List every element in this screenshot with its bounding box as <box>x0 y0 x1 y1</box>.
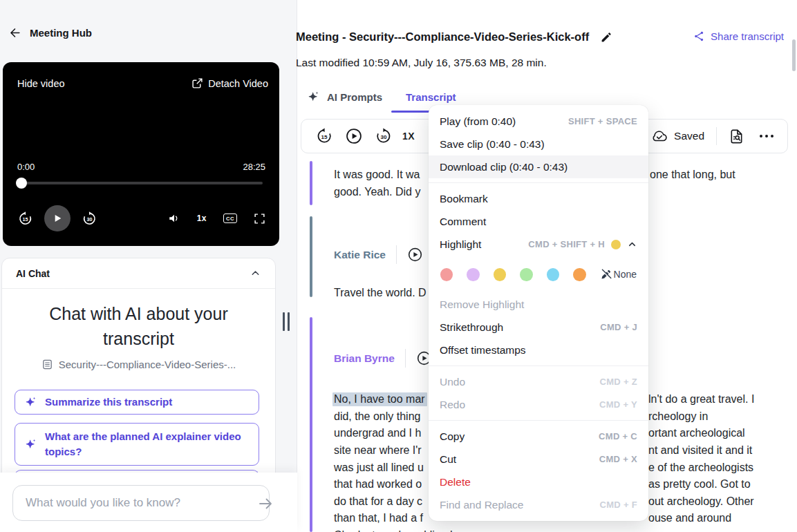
menu-item-label: Highlight <box>440 238 481 251</box>
paragraph-bar <box>310 161 312 205</box>
menu-shortcut: CMD + F <box>600 500 637 510</box>
highlight-none-option[interactable]: None <box>600 269 637 281</box>
rewind-15-icon[interactable]: 15 <box>315 127 333 145</box>
seek-knob[interactable] <box>16 178 27 189</box>
transcript-line: ouse and around <box>648 510 754 527</box>
suggestion-label: Summarize this transcript <box>45 395 172 410</box>
transcript-line: good. Yeah. Did y <box>334 184 420 201</box>
transcript-line: one that long, but <box>650 167 735 184</box>
suggestion-label: What are the planned AI explainer video … <box>45 429 250 459</box>
meeting-title-text: Meeting - Security---Compliance-Video-Se… <box>296 30 589 44</box>
play-icon[interactable] <box>345 127 363 145</box>
detach-video-button[interactable]: Detach Video <box>191 77 268 89</box>
highlight-color-purple[interactable] <box>467 268 479 281</box>
menu-item-cut[interactable]: Cut CMD + X <box>429 448 648 471</box>
menu-item-label: Delete <box>440 476 471 488</box>
forward-30-icon[interactable]: 30 <box>82 211 97 227</box>
share-transcript-label: Share transcript <box>711 30 784 42</box>
transcript-line: as pretty cool. Got to <box>648 476 754 493</box>
edit-pencil-icon[interactable] <box>600 31 612 44</box>
menu-item-bookmark[interactable]: Bookmark <box>429 187 648 210</box>
more-options-button[interactable] <box>760 135 773 137</box>
ask-ai-input[interactable] <box>12 485 270 521</box>
transcript-line: Charleston where I lived <box>334 527 453 532</box>
menu-item-highlight[interactable]: Highlight CMD + SHIFT + H <box>429 233 648 256</box>
video-controls: 15 30 1x CC <box>17 203 265 234</box>
seek-bar[interactable] <box>17 182 263 184</box>
menu-item-label: Offset timestamps <box>440 344 526 357</box>
menu-item-download-clip[interactable]: Download clip (0:40 - 0:43) <box>429 155 648 178</box>
ask-ai-panel <box>0 473 297 532</box>
ai-sparkle-icon <box>307 91 320 104</box>
tab-transcript[interactable]: Transcript <box>406 91 456 103</box>
chevron-up-icon <box>627 239 637 249</box>
saved-status: Saved <box>651 128 704 144</box>
panel-resize-handle[interactable] <box>283 312 292 331</box>
suggestion-summarize-button[interactable]: Summarize this transcript <box>15 390 259 415</box>
video-top-bar: Hide video Detach Video <box>17 77 268 89</box>
menu-item-label: Cut <box>440 453 456 466</box>
last-modified-text: Last modified 10:59 AM, July 16, 375.63 … <box>296 57 547 69</box>
share-icon <box>693 30 705 42</box>
highlight-color-green[interactable] <box>520 268 532 281</box>
menu-item-copy[interactable]: Copy CMD + C <box>429 425 648 448</box>
suggestion-topics-button[interactable]: What are the planned AI explainer video … <box>15 423 259 466</box>
menu-item-label: Download clip (0:40 - 0:43) <box>440 161 568 173</box>
transcript-line: ln't do a great travel. I <box>648 391 754 408</box>
transcript-paragraph-right: ln't do a great travel. I rcheology in o… <box>648 391 754 527</box>
fullscreen-icon[interactable] <box>254 213 265 225</box>
external-link-icon <box>191 77 203 89</box>
ai-chat-title: AI Chat <box>16 268 50 279</box>
document-icon <box>41 359 53 370</box>
send-arrow-icon[interactable] <box>257 495 274 512</box>
menu-item-strikethrough[interactable]: Strikethrough CMD + J <box>429 316 648 339</box>
transcript-paragraph: Travel the world. D <box>334 285 426 302</box>
svg-text:15: 15 <box>321 134 328 140</box>
menu-shortcut: CMD + X <box>599 454 637 464</box>
hide-video-button[interactable]: Hide video <box>17 78 65 89</box>
menu-item-label: Copy <box>440 430 465 443</box>
menu-item-redo: Redo CMD + Y <box>429 393 648 416</box>
ai-chat-header[interactable]: AI Chat <box>2 258 275 289</box>
scrollbar-thumb[interactable] <box>792 39 796 71</box>
playback-speed-button[interactable]: 1X <box>402 131 415 142</box>
menu-item-label: Remove Highlight <box>440 298 524 311</box>
highlight-color-orange[interactable] <box>573 268 585 281</box>
menu-item-remove-highlight: Remove Highlight <box>429 293 648 316</box>
menu-item-save-clip[interactable]: Save clip (0:40 - 0:43) <box>429 133 648 155</box>
menu-item-label: Redo <box>440 399 465 411</box>
back-to-meeting-hub[interactable]: Meeting Hub <box>8 26 92 39</box>
menu-item-label: Find and Replace <box>440 499 524 511</box>
back-label: Meeting Hub <box>30 27 92 39</box>
video-player: Hide video Detach Video 0:00 28:25 15 30 <box>3 62 279 246</box>
transcript-line: out archeology. Other <box>648 493 754 511</box>
tab-label: Transcript <box>406 91 456 103</box>
tab-label: AI Prompts <box>327 91 382 103</box>
menu-item-comment[interactable]: Comment <box>429 210 648 233</box>
speaker-divider <box>405 349 406 368</box>
menu-divider <box>429 420 648 421</box>
player-speed-button[interactable]: 1x <box>197 213 207 223</box>
forward-30-icon[interactable]: 30 <box>375 127 393 145</box>
highlight-color-blue[interactable] <box>547 268 559 281</box>
menu-item-label: Strikethrough <box>440 321 503 334</box>
svg-text:30: 30 <box>87 216 93 222</box>
play-button[interactable] <box>44 205 71 231</box>
volume-icon[interactable] <box>168 212 180 225</box>
highlight-color-row: None <box>429 256 648 293</box>
toolbar-divider <box>716 127 717 145</box>
ai-sparkle-icon <box>24 438 37 451</box>
menu-item-label: Comment <box>440 216 486 228</box>
share-transcript-button[interactable]: Share transcript <box>693 30 784 42</box>
menu-shortcut: CMD + Z <box>600 377 637 387</box>
menu-item-play-from[interactable]: Play (from 0:40) SHIFT + SPACE <box>429 110 648 133</box>
captions-icon[interactable]: CC <box>223 213 237 223</box>
tab-ai-prompts[interactable]: AI Prompts <box>307 91 382 104</box>
highlight-color-yellow[interactable] <box>494 268 506 281</box>
play-segment-icon[interactable] <box>407 247 423 263</box>
menu-item-delete[interactable]: Delete <box>429 471 648 493</box>
rewind-15-icon[interactable]: 15 <box>17 211 33 227</box>
highlight-color-red[interactable] <box>440 268 453 281</box>
document-search-icon[interactable] <box>729 129 744 144</box>
menu-item-offset-timestamps[interactable]: Offset timestamps <box>429 339 648 361</box>
